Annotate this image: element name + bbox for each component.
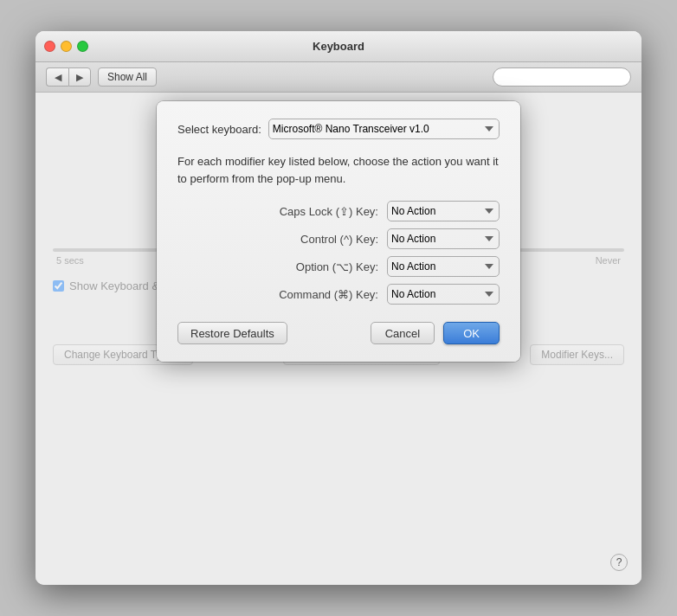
option-label: Option (⌥) Key: — [296, 260, 378, 273]
titlebar: Keyboard — [35, 31, 642, 62]
back-button[interactable]: ◀ — [46, 67, 68, 87]
modal-buttons: Restore Defaults Cancel OK — [177, 322, 500, 344]
keyboard-select-row: Select keyboard: Microsoft® Nano Transce… — [177, 119, 500, 139]
minimize-button[interactable] — [61, 41, 72, 52]
ok-button[interactable]: OK — [443, 322, 500, 344]
control-select[interactable]: No Action — [387, 228, 500, 249]
option-select[interactable]: No Action — [387, 256, 500, 277]
cancel-button[interactable]: Cancel — [371, 322, 435, 344]
help-button[interactable]: ? — [610, 554, 628, 571]
modifier-row-option: Option (⌥) Key: No Action — [177, 256, 500, 277]
modal-description: For each modifier key listed below, choo… — [177, 153, 500, 187]
control-label: Control (^) Key: — [300, 233, 378, 246]
keyboard-select-label: Select keyboard: — [177, 123, 261, 136]
capslock-label: Caps Lock (⇪) Key: — [280, 205, 378, 218]
forward-button[interactable]: ▶ — [68, 67, 91, 87]
modifier-row-control: Control (^) Key: No Action — [177, 228, 500, 249]
close-button[interactable] — [44, 41, 55, 52]
show-all-button[interactable]: Show All — [98, 67, 157, 87]
command-label: Command (⌘) Key: — [279, 288, 378, 301]
window-title: Keyboard — [313, 40, 364, 53]
restore-defaults-button[interactable]: Restore Defaults — [177, 322, 287, 344]
maximize-button[interactable] — [77, 41, 88, 52]
main-window: Keyboard ◀ ▶ Show All 5 secs 10 secs 30 … — [35, 31, 642, 585]
modifier-row-command: Command (⌘) Key: No Action — [177, 284, 500, 305]
keyboard-select-dropdown[interactable]: Microsoft® Nano Transceiver v1.0 — [268, 119, 500, 139]
nav-buttons: ◀ ▶ — [46, 67, 91, 87]
traffic-lights — [44, 41, 88, 52]
modal-overlay: Select keyboard: Microsoft® Nano Transce… — [35, 93, 642, 585]
content-area: 5 secs 10 secs 30 secs 1 min 5 mins Neve… — [35, 93, 642, 585]
modifier-rows: Caps Lock (⇪) Key: No Action Control (^)… — [177, 201, 500, 305]
command-select[interactable]: No Action — [387, 284, 500, 305]
modifier-keys-modal: Select keyboard: Microsoft® Nano Transce… — [157, 101, 520, 362]
search-input[interactable] — [493, 67, 631, 87]
toolbar: ◀ ▶ Show All — [35, 62, 642, 93]
capslock-select[interactable]: No Action — [387, 201, 500, 221]
modifier-row-capslock: Caps Lock (⇪) Key: No Action — [177, 201, 500, 221]
right-buttons: Cancel OK — [371, 322, 500, 344]
